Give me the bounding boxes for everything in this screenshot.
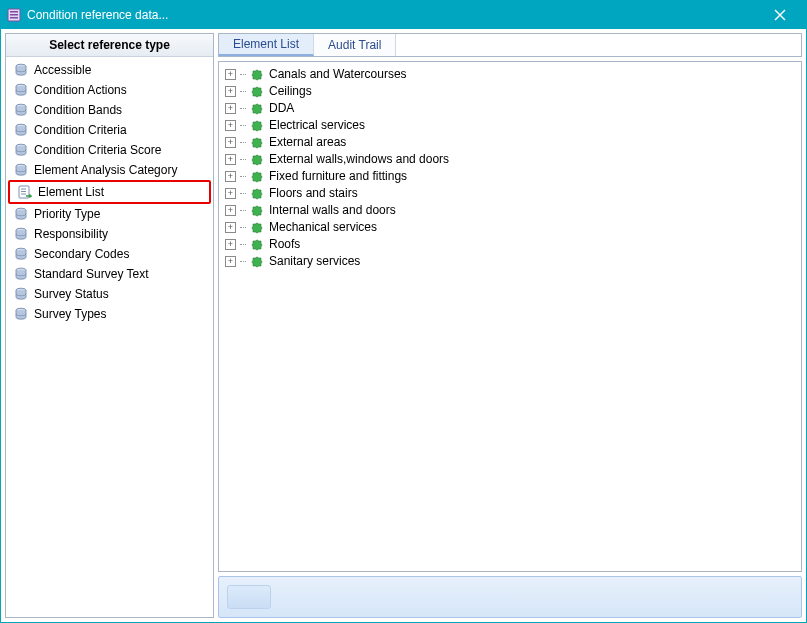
expander-icon[interactable]: + — [225, 86, 236, 97]
expander-icon[interactable]: + — [225, 120, 236, 131]
tree-item-label: Fixed furniture and fittings — [269, 169, 407, 183]
expander-icon[interactable]: + — [225, 103, 236, 114]
tree-item[interactable]: +External walls,windows and doors — [225, 151, 795, 167]
barrel-icon — [14, 267, 28, 281]
expander-icon[interactable]: + — [225, 239, 236, 250]
sidebar-item-element-list[interactable]: Element List — [8, 180, 211, 204]
expander-icon[interactable]: + — [225, 171, 236, 182]
svg-rect-1 — [10, 11, 18, 13]
tree-connector — [240, 210, 246, 211]
window: Condition reference data... Select refer… — [0, 0, 807, 623]
puzzle-icon — [250, 237, 265, 252]
tree-connector — [240, 142, 246, 143]
sidebar-list: AccessibleCondition ActionsCondition Ban… — [6, 57, 213, 617]
sidebar-item-condition-criteria-score[interactable]: Condition Criteria Score — [6, 140, 213, 160]
sidebar-item-survey-types[interactable]: Survey Types — [6, 304, 213, 324]
sidebar-item-label: Element List — [38, 185, 104, 199]
sidebar-item-standard-survey-text[interactable]: Standard Survey Text — [6, 264, 213, 284]
tree-item[interactable]: +External areas — [225, 134, 795, 150]
sidebar-item-secondary-codes[interactable]: Secondary Codes — [6, 244, 213, 264]
tree-connector — [240, 74, 246, 75]
tree-item-label: Floors and stairs — [269, 186, 358, 200]
tree-item[interactable]: +Floors and stairs — [225, 185, 795, 201]
tree-connector — [240, 108, 246, 109]
tree-item-label: Mechanical services — [269, 220, 377, 234]
tree-connector — [240, 159, 246, 160]
sidebar-item-survey-status[interactable]: Survey Status — [6, 284, 213, 304]
tab-element-list[interactable]: Element List — [219, 34, 314, 56]
expander-icon[interactable]: + — [225, 188, 236, 199]
list-arrow-icon — [18, 185, 32, 199]
sidebar-item-label: Condition Actions — [34, 83, 127, 97]
body: Select reference type AccessibleConditio… — [1, 29, 806, 622]
sidebar-item-label: Element Analysis Category — [34, 163, 177, 177]
sidebar-item-priority-type[interactable]: Priority Type — [6, 204, 213, 224]
tree-item[interactable]: +Fixed furniture and fittings — [225, 168, 795, 184]
tree-connector — [240, 193, 246, 194]
barrel-icon — [14, 247, 28, 261]
sidebar-item-condition-actions[interactable]: Condition Actions — [6, 80, 213, 100]
expander-icon[interactable]: + — [225, 205, 236, 216]
main: Element ListAudit Trail +Canals and Wate… — [218, 33, 802, 618]
barrel-icon — [14, 227, 28, 241]
sidebar-item-label: Responsibility — [34, 227, 108, 241]
tree-item-label: Ceilings — [269, 84, 312, 98]
tree-item-label: Roofs — [269, 237, 300, 251]
puzzle-icon — [250, 152, 265, 167]
tree-item[interactable]: +Internal walls and doors — [225, 202, 795, 218]
tree-connector — [240, 261, 246, 262]
status-chip — [227, 585, 271, 609]
tree-item[interactable]: +Mechanical services — [225, 219, 795, 235]
puzzle-icon — [250, 169, 265, 184]
puzzle-icon — [250, 101, 265, 116]
expander-icon[interactable]: + — [225, 154, 236, 165]
tab-bar: Element ListAudit Trail — [218, 33, 802, 57]
barrel-icon — [14, 207, 28, 221]
tree-item[interactable]: +Canals and Watercourses — [225, 66, 795, 82]
tree-item-label: Internal walls and doors — [269, 203, 396, 217]
expander-icon[interactable]: + — [225, 69, 236, 80]
tree-item-label: External areas — [269, 135, 346, 149]
sidebar-item-label: Condition Bands — [34, 103, 122, 117]
sidebar-item-condition-bands[interactable]: Condition Bands — [6, 100, 213, 120]
tree-connector — [240, 227, 246, 228]
sidebar-item-label: Standard Survey Text — [34, 267, 149, 281]
sidebar-item-label: Condition Criteria Score — [34, 143, 161, 157]
sidebar-item-responsibility[interactable]: Responsibility — [6, 224, 213, 244]
app-icon — [7, 8, 21, 22]
tree-item-label: DDA — [269, 101, 294, 115]
sidebar-item-element-analysis-category[interactable]: Element Analysis Category — [6, 160, 213, 180]
tree-panel: +Canals and Watercourses+Ceilings+DDA+El… — [218, 61, 802, 572]
sidebar-item-label: Priority Type — [34, 207, 100, 221]
expander-icon[interactable]: + — [225, 137, 236, 148]
expander-icon[interactable]: + — [225, 256, 236, 267]
tree-item[interactable]: +Roofs — [225, 236, 795, 252]
close-button[interactable] — [760, 3, 800, 27]
sidebar-header: Select reference type — [6, 34, 213, 57]
puzzle-icon — [250, 84, 265, 99]
tree-connector — [240, 244, 246, 245]
tree-item[interactable]: +Electrical services — [225, 117, 795, 133]
sidebar-item-condition-criteria[interactable]: Condition Criteria — [6, 120, 213, 140]
window-title: Condition reference data... — [27, 8, 760, 22]
barrel-icon — [14, 143, 28, 157]
puzzle-icon — [250, 67, 265, 82]
tree-item[interactable]: +Ceilings — [225, 83, 795, 99]
tree-item[interactable]: +Sanitary services — [225, 253, 795, 269]
tree-connector — [240, 176, 246, 177]
sidebar-item-label: Survey Types — [34, 307, 106, 321]
sidebar-item-label: Accessible — [34, 63, 91, 77]
expander-icon[interactable]: + — [225, 222, 236, 233]
sidebar: Select reference type AccessibleConditio… — [5, 33, 214, 618]
tab-audit-trail[interactable]: Audit Trail — [314, 34, 396, 56]
barrel-icon — [14, 163, 28, 177]
tree-item-label: Electrical services — [269, 118, 365, 132]
titlebar: Condition reference data... — [1, 1, 806, 29]
sidebar-item-accessible[interactable]: Accessible — [6, 60, 213, 80]
svg-rect-3 — [10, 17, 18, 19]
barrel-icon — [14, 287, 28, 301]
puzzle-icon — [250, 254, 265, 269]
svg-rect-2 — [10, 14, 18, 16]
sidebar-item-label: Survey Status — [34, 287, 109, 301]
tree-item[interactable]: +DDA — [225, 100, 795, 116]
